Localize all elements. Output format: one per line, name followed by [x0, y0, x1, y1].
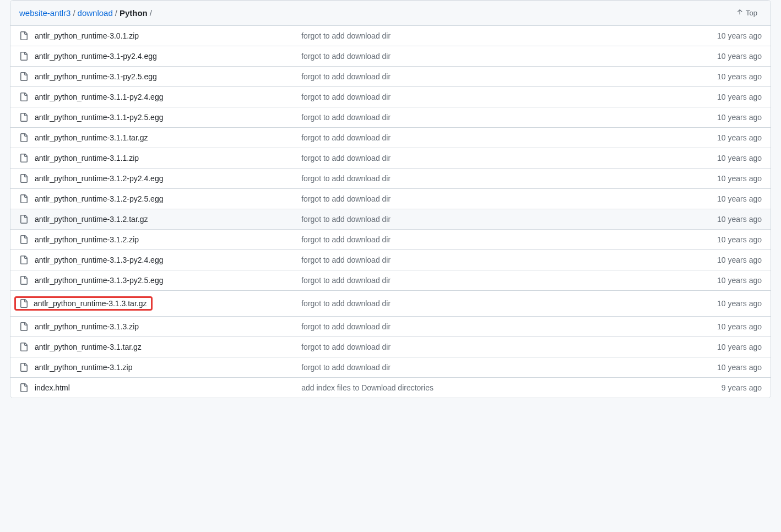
file-link[interactable]: antlr_python_runtime-3.1.3.tar.gz: [34, 299, 147, 308]
arrow-up-icon: [736, 8, 744, 18]
table-row: antlr_python_runtime-3.1.3-py2.4.eggforg…: [10, 250, 771, 270]
file-name-cell: antlr_python_runtime-3.1.zip: [19, 363, 301, 372]
file-link[interactable]: antlr_python_runtime-3.1.1.zip: [35, 154, 139, 162]
file-link[interactable]: antlr_python_runtime-3.1.3.zip: [35, 322, 139, 331]
file-icon: [19, 154, 28, 162]
file-link[interactable]: antlr_python_runtime-3.1.tar.gz: [35, 343, 142, 351]
breadcrumb-separator: /: [115, 8, 117, 18]
file-name-cell: antlr_python_runtime-3.1.1.zip: [19, 154, 301, 162]
breadcrumb-root-link[interactable]: website-antlr3: [19, 8, 70, 18]
time-ago-cell: 10 years ago: [717, 174, 762, 183]
file-link[interactable]: antlr_python_runtime-3.1.1-py2.4.egg: [35, 93, 163, 101]
table-row: antlr_python_runtime-3.1.2-py2.4.eggforg…: [10, 169, 771, 189]
commit-message-link[interactable]: forgot to add download dir: [301, 215, 390, 224]
file-link[interactable]: antlr_python_runtime-3.1.3-py2.5.egg: [35, 276, 163, 285]
file-link[interactable]: antlr_python_runtime-3.1.3-py2.4.egg: [35, 256, 163, 264]
file-link[interactable]: antlr_python_runtime-3.1.zip: [35, 363, 132, 372]
file-link[interactable]: antlr_python_runtime-3.1.1-py2.5.egg: [35, 113, 163, 122]
commit-message-link[interactable]: add index files to Download directories: [301, 383, 433, 392]
file-link[interactable]: antlr_python_runtime-3.1.1.tar.gz: [35, 133, 148, 142]
commit-message-cell: forgot to add download dir: [301, 256, 717, 264]
time-ago-cell: 10 years ago: [717, 299, 762, 308]
file-name-cell: antlr_python_runtime-3.1.3.zip: [19, 322, 301, 331]
commit-message-link[interactable]: forgot to add download dir: [301, 235, 390, 244]
header-row: website-antlr3 / download / Python / Top: [10, 1, 771, 26]
commit-message-cell: forgot to add download dir: [301, 363, 717, 372]
commit-message-cell: forgot to add download dir: [301, 31, 717, 40]
file-list: antlr_python_runtime-3.0.1.zipforgot to …: [10, 26, 771, 398]
breadcrumb-folder-link[interactable]: download: [78, 8, 113, 18]
time-ago-cell: 10 years ago: [717, 276, 762, 285]
file-link[interactable]: antlr_python_runtime-3.1-py2.5.egg: [35, 72, 157, 81]
file-link[interactable]: antlr_python_runtime-3.1.2-py2.4.egg: [35, 174, 163, 183]
file-name-cell: antlr_python_runtime-3.0.1.zip: [19, 31, 301, 40]
commit-message-cell: forgot to add download dir: [301, 194, 717, 203]
file-name-cell: index.html: [19, 383, 301, 392]
time-ago-cell: 10 years ago: [717, 154, 762, 162]
commit-message-link[interactable]: forgot to add download dir: [301, 174, 390, 183]
commit-message-link[interactable]: forgot to add download dir: [301, 154, 390, 162]
commit-message-link[interactable]: forgot to add download dir: [301, 93, 390, 101]
file-name-cell: antlr_python_runtime-3.1.3-py2.4.egg: [19, 256, 301, 264]
table-row: antlr_python_runtime-3.1.1.zipforgot to …: [10, 148, 771, 169]
file-link[interactable]: antlr_python_runtime-3.0.1.zip: [35, 31, 139, 40]
time-ago-cell: 10 years ago: [717, 322, 762, 331]
commit-message-link[interactable]: forgot to add download dir: [301, 52, 390, 61]
file-link[interactable]: antlr_python_runtime-3.1.2-py2.5.egg: [35, 194, 163, 203]
file-link[interactable]: antlr_python_runtime-3.1-py2.4.egg: [35, 52, 157, 61]
file-name-cell: antlr_python_runtime-3.1.2-py2.4.egg: [19, 174, 301, 183]
file-icon: [19, 174, 28, 183]
commit-message-cell: forgot to add download dir: [301, 276, 717, 285]
commit-message-cell: forgot to add download dir: [301, 343, 717, 351]
table-row: antlr_python_runtime-3.1.3.zipforgot to …: [10, 317, 771, 337]
commit-message-cell: forgot to add download dir: [301, 93, 717, 101]
file-icon: [19, 256, 28, 264]
breadcrumb-separator: /: [73, 8, 75, 18]
file-link[interactable]: antlr_python_runtime-3.1.2.zip: [35, 235, 139, 244]
go-to-top-button[interactable]: Top: [731, 6, 762, 20]
file-link[interactable]: index.html: [35, 383, 70, 392]
commit-message-cell: forgot to add download dir: [301, 322, 717, 331]
file-icon: [19, 363, 28, 372]
table-row: antlr_python_runtime-3.1.zipforgot to ad…: [10, 357, 771, 378]
table-row: antlr_python_runtime-3.1.2-py2.5.eggforg…: [10, 189, 771, 209]
breadcrumb-current: Python: [120, 8, 148, 18]
table-row: antlr_python_runtime-3.1-py2.4.eggforgot…: [10, 46, 771, 67]
table-row: antlr_python_runtime-3.1.3.tar.gzforgot …: [10, 291, 771, 317]
commit-message-link[interactable]: forgot to add download dir: [301, 113, 390, 122]
time-ago-cell: 10 years ago: [717, 113, 762, 122]
commit-message-link[interactable]: forgot to add download dir: [301, 363, 390, 372]
time-ago-cell: 10 years ago: [717, 215, 762, 224]
breadcrumb-separator: /: [150, 8, 152, 18]
file-icon: [19, 215, 28, 224]
time-ago-cell: 10 years ago: [717, 256, 762, 264]
commit-message-link[interactable]: forgot to add download dir: [301, 343, 390, 351]
time-ago-cell: 9 years ago: [722, 383, 762, 392]
commit-message-cell: forgot to add download dir: [301, 72, 717, 81]
file-icon: [19, 113, 28, 122]
time-ago-cell: 10 years ago: [717, 194, 762, 203]
table-row: antlr_python_runtime-3.1.1.tar.gzforgot …: [10, 128, 771, 148]
commit-message-link[interactable]: forgot to add download dir: [301, 276, 390, 285]
commit-message-link[interactable]: forgot to add download dir: [301, 194, 390, 203]
table-row: antlr_python_runtime-3.1.1-py2.4.eggforg…: [10, 87, 771, 107]
file-icon: [19, 93, 28, 101]
time-ago-cell: 10 years ago: [717, 52, 762, 61]
file-link[interactable]: antlr_python_runtime-3.1.2.tar.gz: [35, 215, 148, 224]
commit-message-link[interactable]: forgot to add download dir: [301, 299, 390, 308]
file-icon: [19, 322, 28, 331]
commit-message-link[interactable]: forgot to add download dir: [301, 133, 390, 142]
commit-message-link[interactable]: forgot to add download dir: [301, 31, 390, 40]
top-button-label: Top: [746, 9, 757, 17]
file-name-cell: antlr_python_runtime-3.1.tar.gz: [19, 343, 301, 351]
commit-message-cell: forgot to add download dir: [301, 174, 717, 183]
table-row: antlr_python_runtime-3.1.2.zipforgot to …: [10, 230, 771, 250]
commit-message-cell: forgot to add download dir: [301, 154, 717, 162]
commit-message-link[interactable]: forgot to add download dir: [301, 72, 390, 81]
commit-message-link[interactable]: forgot to add download dir: [301, 322, 390, 331]
breadcrumb: website-antlr3 / download / Python /: [19, 8, 154, 18]
time-ago-cell: 10 years ago: [717, 363, 762, 372]
file-icon: [19, 194, 28, 203]
commit-message-link[interactable]: forgot to add download dir: [301, 256, 390, 264]
commit-message-cell: forgot to add download dir: [301, 299, 717, 308]
